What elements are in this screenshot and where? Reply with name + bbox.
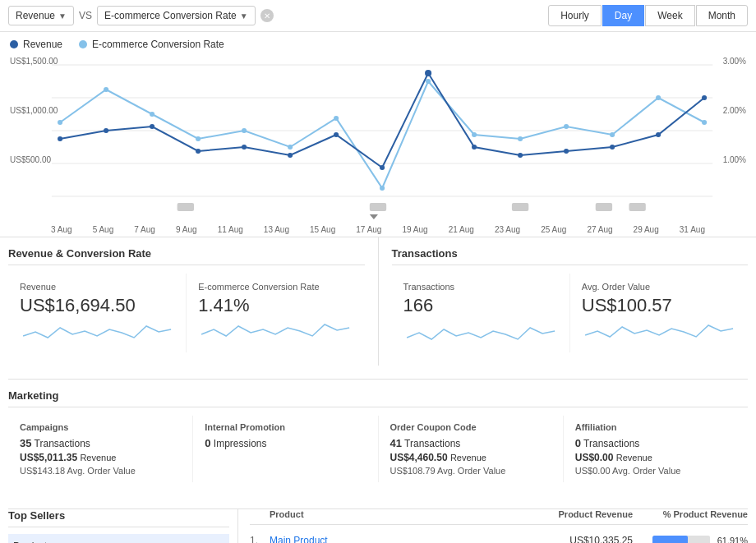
svg-point-30 xyxy=(518,153,523,158)
y-left-1: US$1,000.00 xyxy=(10,106,58,115)
chart-svg xyxy=(10,57,746,221)
x-label-0: 3 Aug xyxy=(51,225,72,234)
svg-point-6 xyxy=(104,87,108,92)
svg-point-24 xyxy=(242,145,247,150)
row1-num: 1. xyxy=(250,535,270,543)
svg-rect-36 xyxy=(370,203,386,211)
metric-selectors: Revenue ▼ VS E-commerce Conversion Rate … xyxy=(8,6,274,25)
svg-point-16 xyxy=(564,124,569,129)
affiliation-avg: US$0.00 Avg. Order Value xyxy=(575,466,736,476)
legend-conversion-label: E-commerce Conversion Rate xyxy=(92,39,224,50)
svg-point-9 xyxy=(242,128,247,133)
y-right-0: 3.00% xyxy=(723,57,746,66)
x-label-5: 13 Aug xyxy=(264,225,289,234)
y-right-2: 1.00% xyxy=(723,155,746,164)
metric1-label: Revenue xyxy=(16,10,55,21)
product-table: Product Product Revenue % Product Revenu… xyxy=(238,509,748,543)
day-button[interactable]: Day xyxy=(602,5,644,26)
col-num-header xyxy=(250,509,270,519)
svg-rect-39 xyxy=(629,203,645,211)
svg-point-29 xyxy=(472,145,477,150)
row1-product[interactable]: Main Product xyxy=(270,535,542,543)
week-button[interactable]: Week xyxy=(645,5,694,26)
conversion-card: E-commerce Conversion Rate 1.41% xyxy=(187,274,364,352)
svg-point-20 xyxy=(58,136,62,141)
coupon-num: 41 xyxy=(390,437,402,449)
coupon-avg: US$108.79 Avg. Order Value xyxy=(390,466,551,476)
svg-point-31 xyxy=(564,149,569,154)
x-label-11: 25 Aug xyxy=(541,225,566,234)
sections: Revenue & Conversion Rate Revenue US$16,… xyxy=(0,237,756,543)
metric2-dropdown[interactable]: E-commerce Conversion Rate ▼ xyxy=(97,6,256,25)
table-header: Product Product Revenue % Product Revenu… xyxy=(250,509,748,525)
coupon-revenue-val: US$4,460.50 xyxy=(390,452,448,463)
transactions-sparkline xyxy=(403,320,558,344)
metric1-dropdown[interactable]: Revenue ▼ xyxy=(8,6,74,25)
revenue-section-title: Revenue & Conversion Rate xyxy=(8,237,365,265)
affiliation-label: Affiliation xyxy=(575,422,736,432)
campaigns-revenue-val: US$5,011.35 xyxy=(20,452,77,463)
revenue-metrics: Revenue US$16,694.50 E-commerce Conversi… xyxy=(8,274,365,352)
transactions-card: Transactions 166 xyxy=(392,274,570,352)
svg-point-27 xyxy=(380,165,385,170)
row1-bar-fill xyxy=(652,536,688,543)
x-label-13: 29 Aug xyxy=(634,225,659,234)
chart-legend: Revenue E-commerce Conversion Rate xyxy=(0,32,756,57)
svg-point-17 xyxy=(610,132,615,137)
table-row: 1. Main Product US$10,335.25 61.91% xyxy=(250,528,748,543)
svg-point-8 xyxy=(196,136,201,141)
affiliation-num: 0 xyxy=(575,437,581,449)
x-label-8: 19 Aug xyxy=(403,225,428,234)
y-left-0: US$1,500.00 xyxy=(10,57,58,66)
coupon-avg-val: US$108.79 xyxy=(390,466,436,476)
coupon-stat-label: Transactions xyxy=(404,438,460,449)
internal-label: Internal Promotion xyxy=(205,422,366,432)
marketing-campaigns: Campaigns 35 Transactions US$5,011.35 Re… xyxy=(8,416,193,482)
svg-point-14 xyxy=(472,132,477,137)
legend-conversion: E-commerce Conversion Rate xyxy=(79,39,224,50)
month-button[interactable]: Month xyxy=(696,5,748,26)
coupon-label: Order Coupon Code xyxy=(390,422,551,432)
legend-revenue-label: Revenue xyxy=(23,39,62,50)
marketing-section-title: Marketing xyxy=(8,380,748,407)
hourly-button[interactable]: Hourly xyxy=(548,5,602,26)
y-left-2: US$500.00 xyxy=(10,155,58,164)
metric2-label: E-commerce Conversion Rate xyxy=(104,10,237,21)
svg-marker-40 xyxy=(370,214,378,219)
vs-label: VS xyxy=(79,10,92,21)
affiliation-revenue-label: Revenue xyxy=(616,453,652,462)
revenue-label: Revenue xyxy=(20,282,174,292)
row1-pct: 61.91% xyxy=(715,536,748,543)
coupon-stat: 41 Transactions xyxy=(390,437,551,449)
internal-num: 0 xyxy=(205,437,210,449)
metric2-arrow: ▼ xyxy=(240,12,248,21)
y-axis-left: US$1,500.00 US$1,000.00 US$500.00 xyxy=(10,57,58,205)
seller-product[interactable]: Product ▶ xyxy=(8,534,229,543)
x-label-3: 9 Aug xyxy=(176,225,197,234)
x-label-9: 21 Aug xyxy=(449,225,474,234)
chart-container: US$1,500.00 US$1,000.00 US$500.00 3.00% … xyxy=(0,57,756,237)
svg-point-19 xyxy=(702,120,707,125)
svg-rect-37 xyxy=(512,203,528,211)
x-label-10: 23 Aug xyxy=(495,225,520,234)
remove-metric2-button[interactable]: ✕ xyxy=(260,9,274,22)
conversion-label: E-commerce Conversion Rate xyxy=(198,282,353,292)
svg-rect-35 xyxy=(177,203,194,211)
svg-point-26 xyxy=(334,132,339,137)
campaigns-stat: 35 Transactions xyxy=(20,437,181,449)
svg-point-12 xyxy=(380,186,385,191)
svg-point-18 xyxy=(656,95,661,100)
coupon-revenue-label: Revenue xyxy=(450,453,486,462)
x-axis: 3 Aug 5 Aug 7 Aug 9 Aug 11 Aug 13 Aug 15… xyxy=(10,223,746,236)
row1-bar-container xyxy=(652,536,710,543)
svg-point-15 xyxy=(518,136,523,141)
conversion-value: 1.41% xyxy=(198,295,353,316)
campaigns-revenue-label: Revenue xyxy=(80,453,116,462)
svg-point-34 xyxy=(702,95,707,100)
top-sellers-panel: Top Sellers Product ▶ Product Category (… xyxy=(8,509,238,543)
svg-point-33 xyxy=(656,132,661,137)
campaigns-avg-val: US$143.18 xyxy=(20,466,65,476)
marketing-coupon: Order Coupon Code 41 Transactions US$4,4… xyxy=(379,416,564,482)
affiliation-revenue-val: US$0.00 xyxy=(575,452,614,463)
col-pct-header: % Product Revenue xyxy=(641,509,748,519)
